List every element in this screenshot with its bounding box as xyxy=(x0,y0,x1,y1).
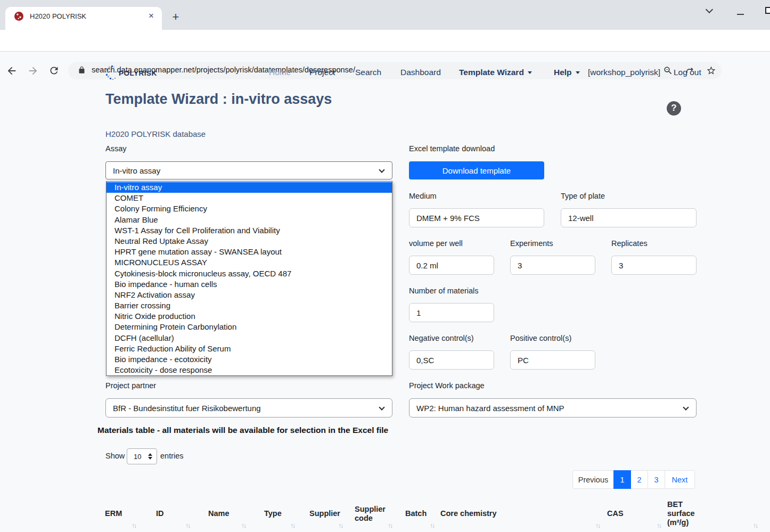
column-header-name[interactable]: Name xyxy=(205,495,248,532)
column-header-id[interactable]: ID xyxy=(152,495,192,532)
plate-input[interactable] xyxy=(561,208,697,227)
assay-option[interactable]: Ecotoxicity - dose response xyxy=(107,365,392,375)
materials-table-header: ERM ID Name Type Supplier Supplier code … xyxy=(0,495,770,532)
reload-icon[interactable] xyxy=(48,65,60,77)
volume-input[interactable] xyxy=(409,256,494,275)
pagination-page-1[interactable]: 1 xyxy=(613,470,631,489)
assay-option[interactable]: Alamar Blue xyxy=(107,215,392,225)
pagination-previous[interactable]: Previous xyxy=(572,470,614,489)
column-header-erm[interactable]: ERM xyxy=(105,495,137,532)
database-subtitle: H2020 POLYRISK database xyxy=(105,129,206,138)
project-partner-select[interactable]: BfR - Bundesinstitut fuer Risikobewertun… xyxy=(105,398,392,418)
tab-search-chevron-icon[interactable] xyxy=(706,6,712,12)
nav-project[interactable]: Project xyxy=(309,68,335,77)
negative-control-label: Negative control(s) xyxy=(409,334,474,342)
assay-option[interactable]: HPRT gene mutation assay - SWANSEA layou… xyxy=(107,247,392,257)
work-package-select[interactable]: WP2: Human hazard assessment of MNP xyxy=(409,398,697,418)
nav-template-wizard[interactable]: Template Wizard xyxy=(459,68,532,77)
assay-option[interactable]: Nitric Oxide production xyxy=(107,311,392,322)
sort-icon xyxy=(753,521,757,530)
assay-option[interactable]: Bio impedance - human cells xyxy=(107,279,392,290)
assay-option[interactable]: Bio impedance - ecotoxicity xyxy=(107,354,392,365)
assay-select[interactable]: In-vitro assay xyxy=(105,161,392,179)
pagination-next[interactable]: Next xyxy=(665,470,695,489)
project-partner-label: Project partner xyxy=(105,381,156,390)
assay-selected-value: In-vitro assay xyxy=(113,166,160,175)
positive-control-input[interactable] xyxy=(510,350,595,370)
sort-icon xyxy=(595,521,600,530)
work-package-value: WP2: Human hazard assessment of MNP xyxy=(416,404,564,413)
assay-option[interactable]: COMET xyxy=(107,193,392,203)
bookmark-star-icon[interactable] xyxy=(706,66,716,78)
assay-option[interactable]: DCFH (acellular) xyxy=(107,333,392,343)
chevron-down-icon xyxy=(379,167,384,173)
sort-icon xyxy=(185,521,190,530)
excel-download-label: Excel template download xyxy=(409,144,495,153)
entries-count-value: 10 xyxy=(134,453,141,461)
experiments-label: Experiments xyxy=(510,239,553,248)
nav-dashboard[interactable]: Dashboard xyxy=(400,68,441,77)
browser-toolbar: search.data.enanomapper.net/projects/pol… xyxy=(0,30,770,52)
column-header-batch[interactable]: Batch xyxy=(402,495,434,532)
medium-input[interactable] xyxy=(409,208,544,227)
nav-logout[interactable]: Log out xyxy=(674,68,701,77)
back-icon[interactable] xyxy=(6,65,18,77)
nav-help[interactable]: Help xyxy=(554,68,580,77)
nav-home[interactable]: Home xyxy=(269,68,291,77)
entries-count-select[interactable]: 10 xyxy=(127,448,157,464)
new-tab-icon[interactable] xyxy=(169,11,182,24)
negative-control-input[interactable] xyxy=(409,350,494,370)
assay-option[interactable]: In-vitro assay xyxy=(107,182,392,193)
assay-option[interactable]: NRF2 Activation assay xyxy=(107,290,392,300)
tab-close-icon[interactable] xyxy=(146,11,157,21)
site-favicon-icon xyxy=(14,12,23,21)
chevron-down-icon xyxy=(379,404,384,410)
column-header-bet-surface[interactable]: BET surface (m²/g) xyxy=(663,495,767,532)
assay-option[interactable]: Barrier crossing xyxy=(107,300,392,311)
pagination-page-3[interactable]: 3 xyxy=(648,470,665,489)
browser-tabstrip: H2020 POLYRISK xyxy=(0,0,770,30)
assay-option[interactable]: Ferric Reduction Ability of Serum xyxy=(107,343,392,354)
help-icon[interactable]: ? xyxy=(667,101,681,116)
sort-icon xyxy=(132,521,136,530)
experiments-input[interactable] xyxy=(510,256,595,275)
nav-username: [workshop_polyrisk] xyxy=(588,68,660,77)
browser-tab[interactable]: H2020 POLYRISK xyxy=(5,7,162,30)
sort-icon xyxy=(338,521,342,530)
assay-option[interactable]: WST-1 Assay for Cell Proliferation and V… xyxy=(107,225,392,236)
column-header-cas[interactable]: CAS xyxy=(604,495,663,532)
entries-label: entries xyxy=(160,452,184,460)
zoom-out-icon[interactable] xyxy=(663,66,673,78)
plate-label: Type of plate xyxy=(561,192,605,200)
sort-icon xyxy=(241,521,245,530)
chevron-down-icon xyxy=(576,71,580,74)
window-maximize-icon[interactable] xyxy=(765,7,770,14)
medium-label: Medium xyxy=(409,192,437,200)
window-minimize-icon[interactable] xyxy=(737,14,744,15)
column-header-supplier-code[interactable]: Supplier code xyxy=(350,495,393,532)
polyrisk-logo[interactable]: POLYRISK xyxy=(105,64,157,81)
num-materials-input[interactable] xyxy=(409,303,494,322)
column-header-supplier[interactable]: Supplier xyxy=(306,495,343,532)
work-package-label: Project Work package xyxy=(409,381,485,390)
volume-label: volume per well xyxy=(409,239,463,248)
pagination-page-2[interactable]: 2 xyxy=(630,470,648,489)
project-partner-value: BfR - Bundesinstitut fuer Risikobewertun… xyxy=(113,404,261,413)
show-label: Show xyxy=(105,452,125,460)
pagination: Previous 1 2 3 Next xyxy=(572,470,695,489)
brand-text: POLYRISK xyxy=(119,69,157,77)
nav-search[interactable]: Search xyxy=(355,68,381,77)
column-header-type[interactable]: Type xyxy=(261,495,296,532)
replicates-input[interactable] xyxy=(611,256,697,275)
forward-icon[interactable] xyxy=(27,65,39,77)
lock-icon[interactable] xyxy=(78,66,86,76)
tab-title: H2020 POLYRISK xyxy=(30,12,86,20)
assay-option[interactable]: Cytokinesis-block micronucleus assay, OE… xyxy=(107,268,392,279)
assay-option[interactable]: Colony Forming Efficiency xyxy=(107,203,392,214)
assay-option[interactable]: Neutral Red Uptake Assay xyxy=(107,236,392,247)
column-header-core-chemistry[interactable]: Core chemistry xyxy=(438,495,603,532)
assay-option[interactable]: Determining Protein Carbonylation xyxy=(107,322,392,332)
download-template-button[interactable]: Download template xyxy=(409,161,544,179)
assay-option[interactable]: MICRONUCLEUS ASSAY xyxy=(107,257,392,268)
replicates-label: Replicates xyxy=(611,239,648,248)
